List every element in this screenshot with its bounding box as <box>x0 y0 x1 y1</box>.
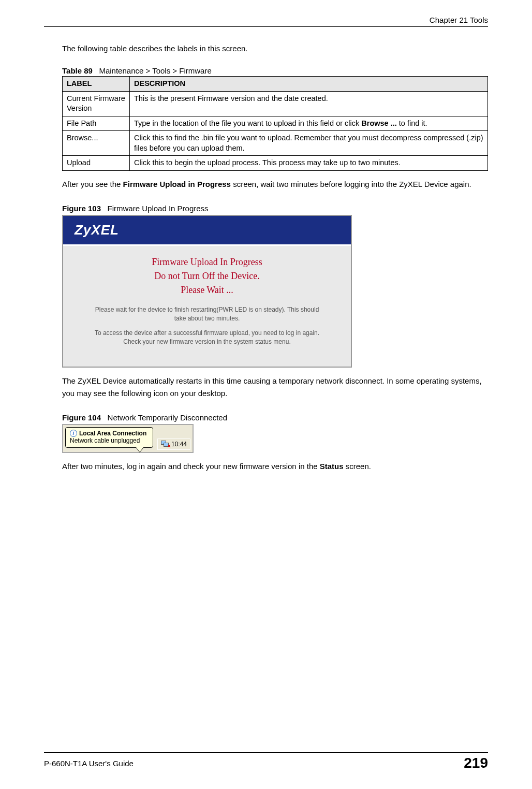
cell-desc: This is the present Firmware version and… <box>130 91 488 116</box>
text-pre: After you see the <box>62 180 123 188</box>
cell-label: Current Firmware Version <box>63 91 130 116</box>
gray-text-2: To access the device after a successful … <box>94 329 320 347</box>
figure-103-banner: ZyXEL <box>63 216 351 246</box>
figure-number: Figure 104 <box>62 413 101 422</box>
tray-clock: 10:44 <box>171 441 187 448</box>
text-pre: After two minutes, log in again and chec… <box>62 462 320 471</box>
figure-title: Network Temporarily Disconnected <box>108 413 227 422</box>
desc-post: to find it. <box>397 119 427 127</box>
intro-paragraph: The following table describes the labels… <box>62 42 488 55</box>
th-description: DESCRIPTION <box>130 77 488 92</box>
balloon-title-row: i Local Area Connection <box>70 430 147 437</box>
figure-104: i Local Area Connection Network cable un… <box>62 424 194 453</box>
figure-104-caption: Figure 104 Network Temporarily Disconnec… <box>62 413 488 422</box>
cell-desc: Click this to begin the upload process. … <box>130 156 488 171</box>
table-title: Maintenance > Tools > Firmware <box>99 66 211 75</box>
header-rule <box>44 26 488 27</box>
table-89: LABEL DESCRIPTION Current Firmware Versi… <box>62 76 488 171</box>
red-line-3: Please Wait ... <box>79 283 335 297</box>
page: Chapter 21 Tools The following table des… <box>0 0 532 789</box>
text-bold: Status <box>320 462 344 471</box>
cell-label: Upload <box>63 156 130 171</box>
footer-guide-name: P-660N-T1A User's Guide <box>44 759 134 768</box>
footer-rule <box>44 752 488 753</box>
balloon-title: Local Area Connection <box>79 430 146 437</box>
figure-103-caption: Figure 103 Firmware Upload In Progress <box>62 204 488 213</box>
red-line-2: Do not Turn Off the Device. <box>79 269 335 283</box>
table-number: Table 89 <box>62 66 93 75</box>
gray-text-1: Please wait for the device to finish res… <box>94 305 320 324</box>
desc-pre: Type in the location of the file you wan… <box>134 119 361 127</box>
after-table-paragraph: After you see the Firmware Upload in Pro… <box>62 178 488 191</box>
table-caption: Table 89 Maintenance > Tools > Firmware <box>62 66 488 75</box>
final-paragraph: After two minutes, log in again and chec… <box>62 460 488 473</box>
info-icon: i <box>70 430 77 437</box>
page-footer: P-660N-T1A User's Guide 219 <box>44 752 488 771</box>
red-line-1: Firmware Upload In Progress <box>79 255 335 269</box>
th-label: LABEL <box>63 77 130 92</box>
body-content: The following table describes the labels… <box>62 42 488 473</box>
balloon-tail <box>136 447 143 452</box>
desc-bold: Browse ... <box>361 119 397 127</box>
cell-label: File Path <box>63 116 130 131</box>
table-row: Upload Click this to begin the upload pr… <box>63 156 488 171</box>
figure-number: Figure 103 <box>62 204 101 213</box>
figure-103: ZyXEL Firmware Upload In Progress Do not… <box>62 215 352 368</box>
figure-title: Firmware Upload In Progress <box>108 204 209 213</box>
cell-desc: Click this to find the .bin file you wan… <box>130 131 488 156</box>
text-post: screen. <box>344 462 371 471</box>
system-tray: × 10:44 <box>157 439 190 450</box>
table-header-row: LABEL DESCRIPTION <box>63 77 488 92</box>
cell-label: Browse... <box>63 131 130 156</box>
network-disconnected-icon: × <box>161 441 169 448</box>
table-row: Current Firmware Version This is the pre… <box>63 91 488 116</box>
notification-balloon: i Local Area Connection Network cable un… <box>65 427 153 448</box>
zyxel-logo: ZyXEL <box>75 222 119 238</box>
restart-paragraph: The ZyXEL Device automatically restarts … <box>62 375 488 400</box>
table-row: File Path Type in the location of the fi… <box>63 116 488 131</box>
balloon-body: Network cable unplugged <box>70 437 147 444</box>
figure-103-body: Firmware Upload In Progress Do not Turn … <box>63 246 351 367</box>
cell-desc: Type in the location of the file you wan… <box>130 116 488 131</box>
footer-page-number: 219 <box>464 755 488 771</box>
text-post: screen, wait two minutes before logging … <box>231 180 471 188</box>
table-row: Browse... Click this to find the .bin fi… <box>63 131 488 156</box>
firmware-warning-text: Firmware Upload In Progress Do not Turn … <box>79 255 335 297</box>
text-bold: Firmware Upload in Progress <box>123 180 231 188</box>
chapter-header: Chapter 21 Tools <box>44 16 488 24</box>
